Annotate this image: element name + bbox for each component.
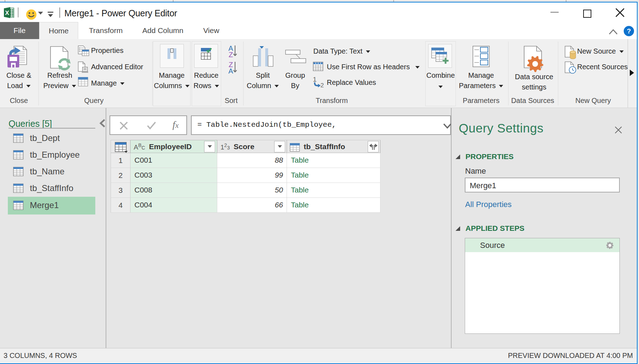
- svg-text:Z: Z: [229, 51, 233, 59]
- svg-text:X: X: [5, 10, 9, 16]
- svg-text:A: A: [228, 67, 233, 75]
- svg-text:1: 1: [313, 76, 317, 83]
- svg-text:2: 2: [320, 82, 324, 89]
- svg-text:?: ?: [627, 27, 631, 35]
